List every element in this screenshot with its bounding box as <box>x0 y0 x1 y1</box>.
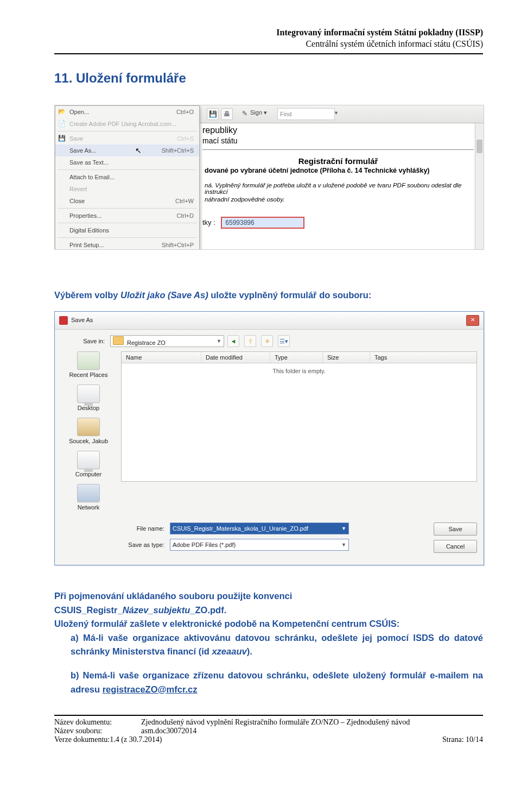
new-folder-icon[interactable]: ✳ <box>261 335 273 347</box>
menu-properties[interactable]: Properties...Ctrl+D <box>55 210 199 222</box>
chevron-down-icon[interactable]: ▼ <box>334 110 339 116</box>
scrollbar-thumb[interactable] <box>476 140 482 153</box>
network-icon <box>77 484 100 502</box>
file-menu: 📂Open...Ctrl+O 📄Create Adobe PDF Using A… <box>55 105 200 250</box>
form-title: Registrační formulář <box>202 156 474 166</box>
print-icon[interactable]: 🖶 <box>221 108 233 120</box>
save-in-combo[interactable]: Registrace ZO ▼ <box>110 335 224 347</box>
user-folder-icon <box>77 418 100 436</box>
form-subtitle: dované po vybrané účetní jednotce (Přílo… <box>202 167 474 174</box>
filetype-row: Save as type: Adobe PDF Files (*.pdf)▼ <box>116 539 423 551</box>
find-field[interactable]: Find <box>277 108 335 120</box>
places-bar: Recent Places Desktop Soucek, Jakub Comp… <box>61 351 116 517</box>
place-network[interactable]: Network <box>61 484 116 511</box>
page-number: Strana: 10/14 <box>442 735 483 744</box>
place-computer[interactable]: Computer <box>61 451 116 477</box>
col-type[interactable]: Type <box>270 352 323 363</box>
recent-icon <box>77 351 100 370</box>
pen-icon: ✎ <box>239 108 250 119</box>
save-in-row: Save in: Registrace ZO ▼ ◄ ⇧ ✳ ☰▾ <box>61 335 477 347</box>
doc-fragment: republiky <box>202 125 474 135</box>
menu-revert[interactable]: Revert <box>55 183 199 195</box>
cursor-icon: ↖ <box>135 146 142 155</box>
menu-digital-editions[interactable]: Digital Editions <box>55 224 199 236</box>
view-menu-icon[interactable]: ☰▾ <box>278 335 290 347</box>
screenshot-menu-over-doc: 💾 🖶 ✎ Sign ▾ Find ▼ 📂Open...Ctrl+O 📄Crea… <box>54 105 484 250</box>
col-name[interactable]: Name <box>122 352 201 363</box>
footer-label: Verze dokumentu: <box>54 735 110 744</box>
dialog-title: Save As <box>59 316 93 325</box>
back-icon[interactable]: ◄ <box>227 335 239 347</box>
filename-label: File name: <box>116 525 170 532</box>
filename-field[interactable]: CSUIS_Registr_Materska_skola_U_Uranie_ZO… <box>170 523 349 534</box>
doc-rule <box>202 149 474 150</box>
ic-field[interactable]: 65993896 <box>221 217 304 229</box>
folder-icon <box>113 336 124 345</box>
menu-open[interactable]: 📂Open...Ctrl+O <box>55 106 199 118</box>
save-icon[interactable]: 💾 <box>207 108 219 120</box>
menu-save-as[interactable]: Save As...Shift+Ctrl+S <box>55 144 199 156</box>
menu-separator <box>58 223 197 223</box>
doc-fragment: mací státu <box>202 136 474 145</box>
menu-save-as-text[interactable]: Save as Text... <box>55 156 199 168</box>
pdf-icon: 📄 <box>58 119 66 127</box>
menu-separator <box>58 237 197 238</box>
menu-separator <box>58 131 197 131</box>
menu-attach-email[interactable]: Attach to Email... <box>55 171 199 183</box>
scrollbar[interactable] <box>475 123 484 249</box>
footer-value: asm.doc30072014 <box>141 727 483 735</box>
filetype-label: Save as type: <box>116 542 170 548</box>
doc-header: Integrovaný informační systém Státní pok… <box>54 27 483 50</box>
chevron-down-icon: ▼ <box>217 338 221 344</box>
file-list[interactable]: Name Date modified Type Size Tags This f… <box>121 351 477 482</box>
dialog-titlebar[interactable]: Save As ✕ <box>55 312 484 330</box>
folder-open-icon: 📂 <box>58 108 66 115</box>
sign-dropdown[interactable]: Sign ▾ <box>250 109 267 116</box>
footer-value: Zjednodušený návod vyplnění Registračníh… <box>141 718 483 727</box>
file-list-header[interactable]: Name Date modified Type Size Tags <box>122 352 476 363</box>
menu-create-acrobat[interactable]: 📄Create Adobe PDF Using Acrobat.com... <box>55 118 199 130</box>
cancel-button[interactable]: Cancel <box>434 540 477 553</box>
form-instruction: ná. Vyplněný formulář je potřeba uložit … <box>202 182 474 195</box>
col-tags[interactable]: Tags <box>370 352 476 363</box>
footer-label: Název dokumentu: <box>54 718 141 727</box>
save-in-label: Save in: <box>61 338 110 344</box>
chevron-down-icon: ▼ <box>341 542 346 547</box>
footer-rule <box>54 715 483 716</box>
para-save-as-instruction: Výběrem volby Uložit jako (Save As) ulož… <box>54 288 483 303</box>
place-user[interactable]: Soucek, Jakub <box>61 418 116 444</box>
desktop-icon <box>77 385 100 403</box>
list-item-a: a) Má-li vaše organizace aktivovánu dato… <box>71 631 483 659</box>
field-label: tky : <box>202 218 215 226</box>
save-icon: 💾 <box>58 134 66 142</box>
empty-folder-text: This folder is empty. <box>122 363 476 379</box>
para-naming-convention: Při pojmenování ukládaného souboru použi… <box>54 589 483 696</box>
col-size[interactable]: Size <box>323 352 370 363</box>
section-title: 11. Uložení formuláře <box>54 71 483 86</box>
header-line1: Integrovaný informační systém Státní pok… <box>54 27 483 39</box>
save-button[interactable]: Save <box>434 523 477 536</box>
menu-close[interactable]: CloseCtrl+W <box>55 195 199 207</box>
page-footer: Název dokumentu:Zjednodušený návod vypln… <box>54 715 483 744</box>
email-link[interactable]: registraceZO@mfcr.cz <box>103 684 198 694</box>
form-field-row: tky : 65993896 <box>202 217 474 229</box>
computer-icon <box>77 451 100 469</box>
nav-icons: ◄ ⇧ ✳ ☰▾ <box>224 335 290 347</box>
menu-save[interactable]: 💾SaveCtrl+S <box>55 133 199 144</box>
pdf-document-view: republiky mací státu Registrační formulá… <box>202 124 474 249</box>
menu-print-setup[interactable]: Print Setup...Shift+Ctrl+P <box>55 239 199 250</box>
filetype-field[interactable]: Adobe PDF Files (*.pdf)▼ <box>170 539 349 551</box>
header-rule <box>54 53 483 54</box>
chevron-down-icon: ▼ <box>341 526 346 531</box>
header-line2: Centrální systém účetních informací stát… <box>54 39 483 50</box>
col-date[interactable]: Date modified <box>201 352 270 363</box>
place-recent[interactable]: Recent Places <box>61 351 116 378</box>
place-desktop[interactable]: Desktop <box>61 385 116 411</box>
up-icon[interactable]: ⇧ <box>244 335 256 347</box>
pdf-icon <box>59 316 68 325</box>
footer-value: 1.4 (z 30.7.2014) <box>110 735 162 744</box>
menu-separator <box>58 169 197 170</box>
menu-separator <box>58 208 197 209</box>
footer-label: Název souboru: <box>54 727 141 735</box>
close-button[interactable]: ✕ <box>466 315 479 326</box>
